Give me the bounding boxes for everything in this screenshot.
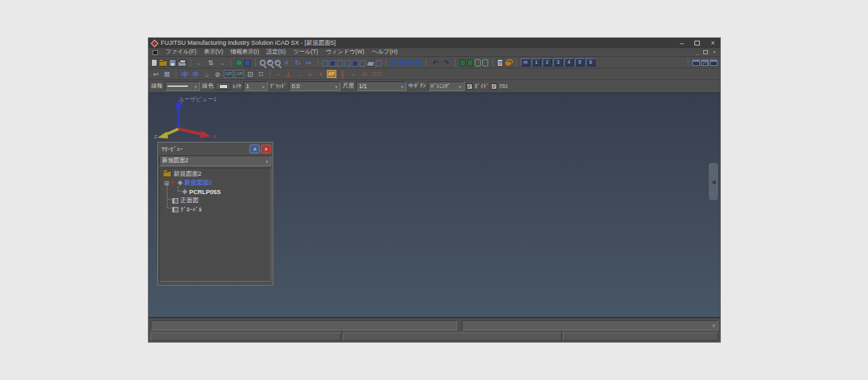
folder-icon [163, 171, 172, 177]
shading-mode-4-icon[interactable] [415, 59, 422, 66]
snap-grid-icon[interactable]: ╫ [338, 70, 347, 79]
shading-mode-2-icon[interactable] [399, 59, 406, 66]
zoom-window-delete-icon[interactable]: × [282, 58, 292, 67]
mdi-restore-button[interactable] [703, 50, 708, 54]
line-type-dropdown[interactable]: ∨ [165, 81, 200, 91]
mdi-minimize-button[interactable]: _ [696, 50, 698, 55]
cube-shaded-icon[interactable] [351, 60, 358, 66]
snap-midpoint-icon[interactable]: ÷ [305, 70, 315, 79]
snap-free-point-icon[interactable]: • [275, 70, 282, 79]
view-button-1[interactable]: 1 [532, 58, 541, 66]
snap-dot-grid-icon[interactable]: ∷∷ [370, 70, 382, 79]
print-icon[interactable] [178, 61, 186, 66]
view-button-4[interactable]: 4 [564, 58, 574, 66]
cube-wireframe-icon[interactable] [321, 60, 328, 66]
snap-on-line-icon[interactable]: ⊥ [283, 70, 293, 79]
menu-settings[interactable]: 設定(S) [267, 48, 285, 56]
forward-arrow-icon[interactable]: → [217, 58, 226, 67]
restore-button[interactable] [694, 41, 700, 45]
snap-direction-icon[interactable]: ◗ [349, 70, 358, 79]
middle-button-dropdown[interactable]: ﾊﾟﾝﾆﾝｸﾞ ∨ [428, 81, 465, 91]
menu-info-display[interactable]: 情報表示(I) [231, 48, 259, 56]
window-cascade-icon[interactable] [692, 60, 700, 66]
cube-points-icon[interactable] [375, 60, 382, 66]
cube-hidden-line-icon[interactable] [336, 60, 343, 66]
view-button-m[interactable]: m [521, 58, 530, 66]
drawing-3d-icon[interactable] [244, 60, 251, 66]
window-tile-icon[interactable] [701, 60, 709, 66]
layer-wire-2-icon[interactable] [482, 59, 488, 66]
parts-list-icon[interactable]: ∷ [256, 70, 266, 79]
tree-node-front-view[interactable]: 正面図 [160, 196, 271, 205]
annotation-icon[interactable] [497, 59, 503, 66]
zoom-icon[interactable] [260, 60, 266, 66]
basket-icon[interactable] [505, 61, 512, 66]
center-copy-icon[interactable]: 中 [191, 70, 201, 79]
menu-file[interactable]: ファイル(F) [165, 48, 197, 56]
zoom-out-icon[interactable] [275, 60, 281, 66]
layer-wire-1-icon[interactable] [475, 59, 481, 66]
center-move-icon[interactable]: 中 [180, 70, 190, 79]
shading-mode-3-icon[interactable] [407, 59, 414, 66]
menu-tools[interactable]: ツール(T) [293, 48, 318, 56]
globe-3d-icon[interactable] [235, 59, 243, 66]
menu-help[interactable]: ヘルプ(H) [372, 48, 397, 56]
polygon-select-icon[interactable]: ⌂ [202, 70, 212, 79]
expand-minus-icon[interactable]: ⊟ [163, 180, 170, 187]
drawing-viewport[interactable]: ユーザビュー1 Y X Z ﾂﾘｰﾋﾞｭｰ « × [149, 94, 720, 318]
back-arrow-icon[interactable]: ← [195, 58, 205, 67]
window-arrange-icon[interactable] [710, 60, 717, 66]
view-button-2[interactable]: 2 [542, 58, 552, 66]
tree-collapse-button[interactable]: « [250, 145, 260, 153]
view-button-3[interactable]: 3 [553, 58, 563, 66]
snap-endpoint-icon[interactable]: ↔ [294, 70, 304, 79]
tree-node-global[interactable]: ｸﾞﾛｰﾊﾞﾙ [160, 205, 271, 214]
snap-ap-button[interactable]: AP [327, 70, 336, 78]
undo-icon[interactable]: ↶ [431, 58, 440, 67]
swap-view-icon[interactable]: ⇅ [206, 58, 216, 67]
line-color-swatch[interactable] [216, 82, 231, 90]
shading-mode-1-icon[interactable] [391, 59, 397, 66]
view-pan-icon[interactable]: ↦ [304, 58, 313, 67]
book-view-icon[interactable] [366, 61, 376, 66]
tree-node-part[interactable]: PCRLP05S [160, 187, 271, 196]
cross-checkbox[interactable]: ✓ ｸﾛｽ [491, 83, 508, 90]
view-rotate-icon[interactable]: ↻ [293, 58, 302, 67]
side-panel-handle[interactable]: ◄ [708, 162, 719, 201]
menu-view[interactable]: 表示(V) [204, 48, 223, 56]
exit-select-icon[interactable]: ↩ [151, 70, 161, 79]
tree-node-assembly[interactable]: ⊟ 新規図面2 [160, 178, 271, 187]
zoom-in-icon[interactable] [267, 60, 273, 66]
layer-solid-2-icon[interactable] [467, 59, 473, 66]
tree-close-button[interactable]: × [261, 145, 271, 153]
snap-pitch-button[interactable]: 10 [359, 70, 369, 79]
mdi-close-button[interactable]: × [713, 50, 716, 55]
close-button[interactable]: × [711, 40, 715, 47]
scale-dropdown[interactable]: 1/1 ∨ [356, 81, 406, 91]
attach-select-icon[interactable]: ⊘ [213, 70, 222, 79]
cube-half-icon[interactable] [344, 60, 351, 66]
mdi-system-menu-icon[interactable] [153, 50, 158, 55]
view-button-6[interactable]: 6 [586, 58, 595, 66]
layer-dropdown[interactable]: 1 ∨ [243, 81, 268, 91]
minimize-button[interactable]: – [680, 40, 684, 47]
open-file-icon[interactable] [159, 60, 167, 66]
group-button-2[interactable]: GR [235, 70, 244, 78]
cube-solid-icon[interactable] [329, 60, 336, 66]
layer-solid-1-icon[interactable] [460, 59, 466, 66]
new-file-icon[interactable] [151, 59, 157, 66]
tree-node-document[interactable]: 新規図面2 [160, 170, 271, 178]
grid-dropdown[interactable]: 0.0 ∨ [289, 81, 340, 91]
tree-document-selector[interactable]: 新規図面2 ∨ [159, 155, 271, 166]
cube-flat-icon[interactable] [359, 60, 366, 66]
view-button-5[interactable]: 5 [575, 58, 585, 66]
command-history-dropdown[interactable]: ∨ [462, 320, 718, 330]
box-select-icon[interactable]: ⊠ [162, 70, 172, 79]
guide-checkbox[interactable]: ✓ ｶﾞｲﾄﾞ [467, 83, 489, 90]
snap-intersection-icon[interactable]: + [316, 70, 326, 79]
transfer-view-icon[interactable]: ⊡ [245, 70, 255, 79]
save-icon[interactable] [169, 59, 176, 66]
menu-window[interactable]: ウィンドウ(W) [326, 48, 364, 56]
redo-icon[interactable]: ↷ [441, 58, 451, 67]
group-button-1[interactable]: GR [224, 70, 233, 78]
